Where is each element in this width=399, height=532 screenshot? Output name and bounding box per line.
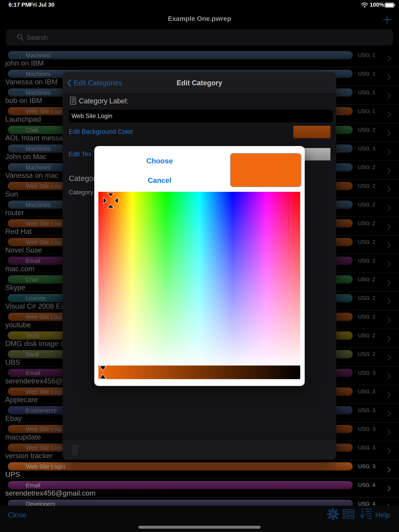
sort-button[interactable] [359, 508, 372, 520]
clock-date: Fri Jul 30 [30, 1, 54, 8]
entry-name: serendetrex456@gmail.com [5, 489, 96, 497]
background-color-swatch [293, 126, 330, 138]
wifi-icon [361, 2, 368, 9]
chevron-right-icon [387, 485, 391, 492]
gear-icon [327, 508, 339, 520]
list-row[interactable]: Web Site LoginUPSUSG: 3 [0, 462, 399, 481]
status-bar: 6:17 PM Fri Jul 30 100% [0, 0, 399, 10]
color-crosshair-marker[interactable] [103, 192, 119, 209]
hue-saturation-gradient[interactable] [98, 192, 300, 364]
selected-color-preview [230, 153, 301, 187]
category-badge-label: Email [26, 481, 40, 489]
list-view-icon [342, 509, 354, 519]
home-indicator[interactable] [138, 526, 261, 529]
category-info-text: Category [69, 189, 93, 196]
settings-button[interactable] [327, 508, 339, 521]
help-button[interactable]: Help [375, 511, 390, 519]
category-badge-label: Web Site Login [26, 462, 65, 471]
delete-category-button[interactable] [71, 444, 79, 455]
category-usage-text: Categor [69, 174, 96, 183]
row-separator [8, 478, 399, 479]
usage-count: USG: 3 [358, 463, 375, 469]
edit-background-color-link[interactable]: Edit Background Color [69, 128, 133, 135]
choose-button[interactable]: Choose [94, 157, 225, 165]
trash-icon [71, 444, 79, 455]
list-row[interactable]: Emailserendetrex456@gmail.comUSG: 4 [0, 481, 399, 500]
chevron-right-icon [387, 467, 391, 474]
category-badge: Email [8, 481, 353, 489]
modal-header: Edit Categories Edit Category [63, 72, 336, 94]
battery-icon [385, 3, 394, 8]
brightness-slider[interactable] [98, 366, 300, 379]
category-label-input[interactable] [69, 110, 333, 122]
category-badge: Web Site Login [8, 462, 353, 470]
screen: Machinesjohn on IBMUSG: 1MachinesVanessa… [0, 0, 399, 532]
row-separator [8, 497, 399, 497]
clock-time: 6:17 PM [9, 1, 30, 8]
brightness-slider-handle[interactable] [99, 366, 107, 380]
document-lines-icon [70, 97, 76, 106]
category-label-heading: Category Label: [79, 97, 129, 105]
category-list-view-button[interactable] [342, 509, 354, 520]
close-button[interactable]: Close [8, 511, 26, 519]
entry-name: UPS [5, 470, 20, 479]
modal-title: Edit Category [63, 79, 336, 87]
sort-descending-icon [359, 508, 372, 519]
edit-text-color-link[interactable]: Edit Tex [69, 150, 91, 158]
usage-count: USG: 4 [358, 482, 375, 488]
color-picker-popover: Choose Cancel [94, 146, 305, 386]
battery-percent: 100% [370, 1, 384, 8]
cancel-button[interactable]: Cancel [94, 177, 225, 185]
modal-bottom-bar [63, 439, 336, 460]
